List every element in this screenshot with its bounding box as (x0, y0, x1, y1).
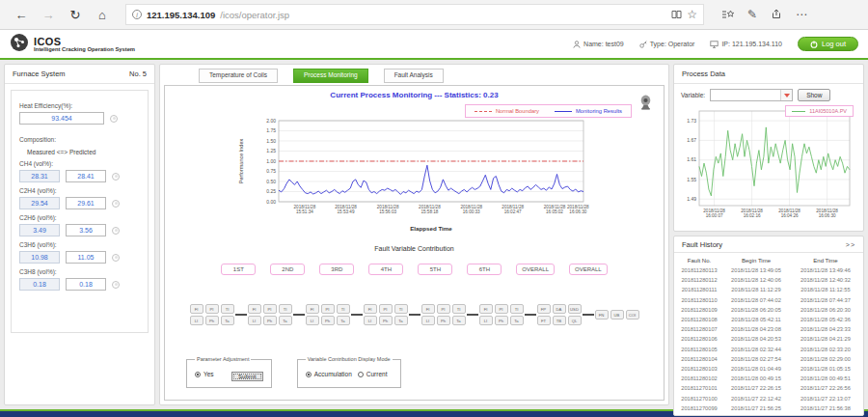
variable-box[interactable]: Ph (495, 316, 508, 325)
variable-box[interactable]: LI (364, 316, 377, 325)
variable-box[interactable]: Ta (221, 316, 234, 325)
variable-box[interactable]: LI (248, 316, 261, 325)
variable-box[interactable]: TI (279, 304, 292, 314)
variable-box[interactable]: Ph (379, 316, 393, 325)
variable-box[interactable]: Ta (394, 316, 408, 325)
predicted-value-input[interactable]: 11.05 (66, 251, 106, 264)
variable-box[interactable]: USD (568, 304, 582, 314)
gear-icon[interactable] (110, 115, 118, 123)
logout-button[interactable]: Log out (798, 37, 858, 51)
table-row[interactable]: 2018112801062018/11/28 04:20:532018/11/2… (677, 334, 860, 344)
predicted-value-input[interactable]: 28.41 (66, 170, 106, 182)
annotate-pen-icon[interactable]: ✎ (747, 8, 757, 21)
table-row[interactable]: 2018112801092018/11/28 06:20:052018/11/2… (677, 305, 860, 315)
variable-box[interactable]: FT (537, 316, 551, 325)
variable-box[interactable]: LI (306, 316, 319, 325)
variable-box[interactable]: LI (190, 316, 203, 325)
variable-box[interactable]: Ta (279, 316, 292, 325)
table-row[interactable]: 2018112801042018/11/28 02:27:542018/11/2… (677, 354, 860, 364)
more-menu-icon[interactable]: ⋯ (796, 8, 807, 21)
table-row[interactable]: 2018112801082018/11/28 05:42:112018/11/2… (677, 315, 860, 324)
variable-box[interactable]: COI (626, 310, 639, 320)
variable-box[interactable]: TI (452, 304, 466, 314)
yes-radio[interactable] (195, 372, 201, 377)
period-button-1st[interactable]: 1ST (221, 264, 256, 275)
display-mode-radio-current[interactable] (358, 372, 364, 377)
select-arrow-box[interactable] (780, 90, 792, 100)
table-row[interactable]: 2018112801122018/11/28 12:40:062018/11/2… (677, 275, 860, 285)
table-row[interactable]: 2018112701012018/11/27 22:26:152018/11/2… (677, 383, 860, 393)
variable-box[interactable]: TI (337, 304, 350, 314)
variable-box[interactable]: PI (495, 304, 508, 314)
predicted-value-input[interactable]: 0.18 (66, 278, 106, 291)
gear-icon[interactable] (112, 200, 120, 208)
refresh-icon[interactable]: ↻ (64, 8, 87, 22)
variable-box[interactable]: FI (190, 304, 203, 314)
variable-box[interactable]: Ph (321, 316, 335, 325)
back-icon[interactable]: ← (10, 8, 33, 22)
variable-box[interactable]: FI (479, 304, 493, 314)
period-button-6th[interactable]: 6TH (467, 264, 502, 275)
gear-icon[interactable] (112, 173, 120, 181)
table-row[interactable]: 2018112801072018/11/28 04:23:082018/11/2… (677, 324, 860, 334)
predicted-value-input[interactable]: 29.61 (66, 197, 106, 209)
variable-box[interactable]: UB (610, 310, 624, 320)
share-icon[interactable] (771, 6, 782, 23)
variable-box[interactable]: PI (321, 304, 335, 314)
tab-fault-analysis[interactable]: Fault Analysis (384, 69, 444, 83)
favorites-hub-icon[interactable] (721, 6, 734, 23)
period-button-3rd[interactable]: 3RD (319, 264, 354, 275)
forward-icon[interactable]: → (37, 8, 60, 22)
table-row[interactable]: 2018112701002018/11/27 22:12:422018/11/2… (677, 393, 860, 403)
table-row[interactable]: 2018112801132018/11/28 13:49:052018/11/2… (677, 265, 860, 275)
variable-box[interactable]: Ph (437, 316, 450, 325)
tab-temperature-of-coils[interactable]: Temperature of Coils (199, 69, 278, 83)
variable-box[interactable]: QL (568, 316, 582, 325)
variable-box[interactable]: Ta (510, 316, 524, 325)
table-row[interactable]: 2018112801102018/11/28 07:44:022018/11/2… (677, 295, 860, 305)
table-row[interactable]: 2018112801032018/11/28 01:04:492018/11/2… (677, 364, 860, 374)
display-mode-radio-accumulation[interactable] (306, 372, 312, 377)
variable-box[interactable]: Ph (263, 316, 277, 325)
variable-box[interactable]: TI (394, 304, 408, 314)
variable-box[interactable]: TB (553, 316, 566, 325)
table-row[interactable]: 2018112801022018/11/28 00:49:152018/11/2… (677, 374, 860, 383)
variable-box[interactable]: PI (437, 304, 450, 314)
gear-icon[interactable] (112, 281, 120, 289)
variable-box[interactable]: TI (221, 304, 234, 314)
favorite-star-icon[interactable]: ☆ (687, 8, 697, 21)
variable-box[interactable]: FI (248, 304, 261, 314)
variable-box[interactable]: DA (553, 304, 566, 314)
variable-box[interactable]: FI (306, 304, 319, 314)
gear-icon[interactable] (112, 254, 120, 262)
period-button-5th[interactable]: 5TH (418, 264, 452, 275)
variable-box[interactable]: FI (421, 304, 435, 314)
home-icon[interactable]: ⌂ (91, 8, 114, 22)
variable-box[interactable]: LI (421, 316, 435, 325)
period-button-4th[interactable]: 4TH (368, 264, 403, 275)
tab-process-monitoring[interactable]: Process Monitoring (293, 69, 368, 83)
variable-box[interactable]: FP (537, 304, 551, 314)
period-button-2nd[interactable]: 2ND (270, 264, 305, 275)
variable-box[interactable]: PI (205, 304, 219, 314)
gear-icon[interactable] (112, 227, 120, 235)
table-row[interactable]: 2018112700992018/11/27 21:56:252018/11/2… (677, 403, 860, 413)
table-row[interactable]: 2018112801052018/11/28 02:32:442018/11/2… (677, 345, 860, 354)
variable-box[interactable]: FN (595, 310, 609, 320)
variable-select[interactable] (710, 89, 793, 101)
url-bar[interactable]: i 121.195.134.109 /icos/operator.jsp ☆ (125, 4, 704, 25)
period-button-overall[interactable]: OVERALL (516, 264, 555, 275)
variable-box[interactable]: TI (510, 304, 524, 314)
site-info-icon[interactable]: i (132, 10, 142, 19)
period-button-overall[interactable]: OVERALL (569, 264, 608, 275)
variable-box[interactable]: PI (263, 304, 277, 314)
reading-view-icon[interactable] (671, 6, 682, 23)
variable-box[interactable]: Ta (452, 316, 466, 325)
variable-box[interactable]: FI (364, 304, 377, 314)
heat-efficiency-input[interactable]: 93.454 (19, 112, 104, 125)
predicted-value-input[interactable]: 3.56 (66, 224, 106, 236)
variable-box[interactable]: PI (379, 304, 393, 314)
variable-box[interactable]: LI (479, 316, 493, 325)
submit-button[interactable]: Submit (231, 372, 263, 381)
variable-box[interactable]: Ph (205, 316, 219, 325)
